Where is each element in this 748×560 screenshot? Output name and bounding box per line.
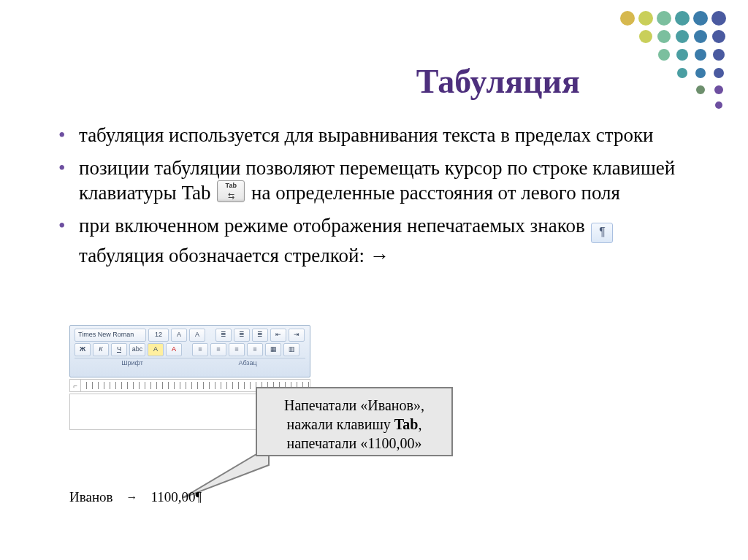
indent-increase-icon: ⇥ <box>289 329 305 342</box>
decorative-dots <box>617 7 741 110</box>
example-text-line: Иванов → 1100,00¶ <box>69 489 202 505</box>
callout-line2-c: , <box>418 416 421 432</box>
align-right-icon: ≡ <box>229 343 245 356</box>
bullet-list: табуляция используется для выравнивания … <box>58 123 682 268</box>
bullet-3-text-a: при включенном режиме отображения непеча… <box>79 215 589 237</box>
bullet-3: при включенном режиме отображения непеча… <box>58 213 682 269</box>
bullet-2-text-b: на определенные расстояния от левого пол… <box>246 182 620 204</box>
svg-point-15 <box>677 68 687 78</box>
font-size-combo: 12 <box>148 329 169 342</box>
svg-point-18 <box>696 85 705 94</box>
svg-point-10 <box>712 30 725 43</box>
shrink-font-icon: A <box>189 329 205 342</box>
svg-point-5 <box>711 11 726 26</box>
tab-stop-selector-icon: ⌐ <box>70 380 81 391</box>
svg-point-16 <box>695 68 706 78</box>
callout-line2: нажали клавишу Tab, <box>266 415 443 434</box>
callout-line1: Напечатали «Иванов», <box>266 396 443 415</box>
font-color-icon: A <box>166 343 182 356</box>
tab-arrow-icon: → <box>126 491 138 504</box>
svg-point-11 <box>658 49 670 61</box>
svg-point-4 <box>693 11 708 26</box>
align-left-icon: ≡ <box>192 343 208 356</box>
svg-point-1 <box>638 11 653 26</box>
bullet-2: позиции табуляции позволяют перемещать к… <box>58 156 682 206</box>
align-center-icon: ≡ <box>210 343 226 356</box>
strike-icon: abc <box>129 343 145 356</box>
ribbon-group-para: Абзац <box>190 358 305 367</box>
svg-point-13 <box>695 49 706 61</box>
grow-font-icon: A <box>171 329 187 342</box>
tab-key-icon <box>217 180 245 202</box>
svg-point-20 <box>715 101 722 109</box>
slide-title: Табуляция <box>37 62 580 101</box>
svg-point-8 <box>676 30 689 43</box>
ribbon: Times New Roman 12 A A ≣ ≣ ≣ ⇤ ⇥ Ж К Ч a… <box>69 325 310 377</box>
list-bullets-icon: ≣ <box>215 329 232 342</box>
svg-point-3 <box>675 11 690 26</box>
callout-line2-b: Tab <box>394 416 419 432</box>
slide-root: Табуляция табуляция используется для выр… <box>0 0 748 560</box>
highlight-icon: A <box>148 343 164 356</box>
borders-icon: ▥ <box>283 343 299 356</box>
svg-point-0 <box>620 11 635 26</box>
svg-point-9 <box>694 30 707 43</box>
callout: Напечатали «Иванов», нажали клавишу Tab,… <box>256 387 453 456</box>
svg-point-12 <box>676 49 688 61</box>
font-name-combo: Times New Roman <box>75 329 146 342</box>
pilcrow-icon: ¶ <box>591 223 613 243</box>
list-multilevel-icon: ≣ <box>252 329 268 342</box>
underline-icon: Ч <box>111 343 127 356</box>
svg-point-2 <box>657 11 671 26</box>
svg-point-17 <box>714 68 724 78</box>
svg-point-6 <box>639 30 652 43</box>
callout-line3: напечатали «1100,00» <box>266 434 443 453</box>
italic-icon: К <box>93 343 109 356</box>
indent-decrease-icon: ⇤ <box>270 329 286 342</box>
bullet-3-text-b: табуляция обозначается стрелкой: → <box>79 245 389 266</box>
svg-point-14 <box>713 49 725 61</box>
bullet-1: табуляция используется для выравнивания … <box>58 123 682 148</box>
shading-icon: ▦ <box>265 343 281 356</box>
example-word1: Иванов <box>69 489 113 505</box>
justify-icon: ≡ <box>247 343 263 356</box>
svg-point-19 <box>714 85 723 94</box>
ribbon-group-font: Шрифт <box>75 358 190 367</box>
bullet-1-text: табуляция используется для выравнивания … <box>79 124 654 146</box>
list-numbers-icon: ≣ <box>234 329 250 342</box>
callout-line2-a: нажали клавишу <box>287 416 394 432</box>
bold-icon: Ж <box>75 343 91 356</box>
example-word2: 1100,00¶ <box>151 489 202 505</box>
svg-point-7 <box>657 30 671 43</box>
